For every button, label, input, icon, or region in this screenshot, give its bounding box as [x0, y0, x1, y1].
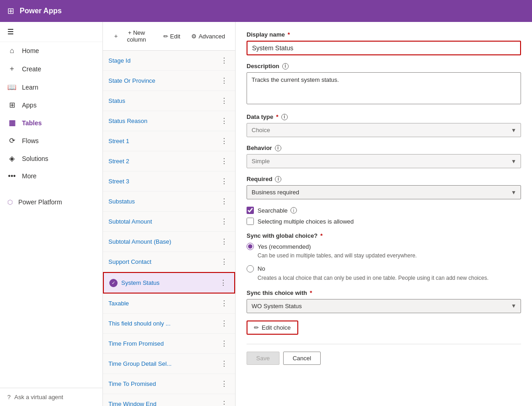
column-item-time-group-detail[interactable]: Time Group Detail Sel... ⋮	[103, 354, 235, 374]
grid-icon[interactable]: ⊞	[7, 6, 14, 16]
sidebar-item-solutions[interactable]: ◈ Solutions	[0, 150, 102, 167]
right-panel: Display name * Description i Tracks the …	[236, 22, 532, 406]
sidebar-item-label: Apps	[22, 102, 37, 109]
flows-icon: ⟳	[7, 136, 16, 145]
radio-no[interactable]	[247, 265, 254, 272]
required-select[interactable]: Optional Business required Business reco…	[247, 185, 521, 199]
column-more-button[interactable]: ⋮	[219, 156, 230, 166]
ask-agent-button[interactable]: ? Ask a virtual agent	[0, 388, 102, 406]
column-more-button[interactable]: ⋮	[219, 216, 230, 227]
sidebar-item-more[interactable]: ••• More	[0, 167, 102, 185]
column-more-button[interactable]: ⋮	[218, 278, 229, 288]
column-item-street-3[interactable]: Street 3 ⋮	[103, 171, 235, 192]
radio-yes-desc: Can be used in multiple tables, and will…	[258, 252, 521, 260]
radio-yes-label: Yes (recommended)	[258, 243, 311, 250]
sidebar-item-label: Home	[22, 47, 39, 54]
display-name-input[interactable]	[247, 41, 521, 55]
multiple-choices-checkbox[interactable]	[247, 218, 254, 225]
column-item-street-2[interactable]: Street 2 ⋮	[103, 151, 235, 171]
required-label: Required i	[247, 176, 521, 182]
radio-yes[interactable]	[247, 243, 254, 250]
column-more-button[interactable]: ⋮	[219, 358, 230, 369]
column-more-button[interactable]: ⋮	[219, 236, 230, 247]
column-item-support-contact[interactable]: Support Contact ⋮	[103, 252, 235, 272]
sidebar-item-apps[interactable]: ⊞ Apps	[0, 96, 102, 114]
sidebar-toggle[interactable]: ☰	[0, 22, 102, 42]
column-item-state-or-province[interactable]: State Or Province ⋮	[103, 71, 235, 91]
edit-button[interactable]: ✏ Edit	[159, 30, 185, 43]
behavior-info-icon[interactable]: i	[275, 145, 281, 151]
apps-icon: ⊞	[7, 101, 16, 109]
sidebar: ☰ ⌂ Home ＋ Create 📖 Learn ⊞ Apps ▦ Table…	[0, 22, 103, 406]
sidebar-item-label: Create	[22, 65, 41, 73]
column-item-subtotal-amount-base[interactable]: Subtotal Amount (Base) ⋮	[103, 232, 235, 252]
advanced-button[interactable]: ⚙ Advanced	[187, 30, 230, 43]
column-more-button[interactable]: ⋮	[219, 55, 230, 66]
radio-yes-option: Yes (recommended) Can be used in multipl…	[247, 243, 521, 260]
behavior-select[interactable]: Simple	[247, 154, 521, 168]
edit-choice-button[interactable]: ✏ Edit choice	[247, 321, 298, 335]
column-item-status[interactable]: Status ⋮	[103, 91, 235, 111]
column-more-button[interactable]: ⋮	[219, 338, 230, 349]
required-info-icon[interactable]: i	[275, 176, 281, 182]
column-name: Subtotal Amount	[108, 218, 152, 225]
column-item-street-1[interactable]: Street 1 ⋮	[103, 131, 235, 151]
column-item-time-from-promised[interactable]: Time From Promised ⋮	[103, 334, 235, 354]
column-more-button[interactable]: ⋮	[219, 399, 230, 406]
data-type-info-icon[interactable]: i	[281, 114, 288, 120]
description-group: Description i Tracks the current system …	[247, 63, 521, 106]
sidebar-item-power-platform[interactable]: ⬡ Power Platform	[0, 194, 102, 210]
sidebar-item-flows[interactable]: ⟳ Flows	[0, 132, 102, 150]
column-more-button[interactable]: ⋮	[219, 298, 230, 309]
sync-choice-select[interactable]: WO System Status	[247, 299, 521, 313]
solutions-icon: ◈	[7, 154, 16, 163]
description-input[interactable]: Tracks the current system status.	[247, 72, 521, 104]
save-button[interactable]: Save	[247, 352, 279, 365]
column-name: Taxable	[108, 300, 129, 307]
column-more-button[interactable]: ⋮	[219, 176, 230, 187]
required-star: *	[288, 31, 290, 38]
data-type-select-wrapper: Choice ▼	[247, 123, 521, 137]
column-name: Time To Promised	[108, 380, 156, 387]
column-name: Street 1	[108, 138, 129, 144]
column-item-taxable[interactable]: Taxable ⋮	[103, 294, 235, 314]
column-name: Status	[108, 97, 125, 104]
column-name: Time Group Detail Sel...	[108, 360, 172, 367]
sidebar-item-home[interactable]: ⌂ Home	[0, 42, 102, 59]
edit-choice-label: Edit choice	[262, 324, 291, 331]
column-more-button[interactable]: ⋮	[219, 116, 230, 126]
column-more-button[interactable]: ⋮	[219, 96, 230, 106]
sidebar-item-create[interactable]: ＋ Create	[0, 59, 102, 78]
radio-no-label: No	[258, 265, 265, 272]
sidebar-item-learn[interactable]: 📖 Learn	[0, 78, 102, 96]
column-more-button[interactable]: ⋮	[219, 318, 230, 329]
column-item-stage-id[interactable]: Stage Id ⋮	[103, 51, 235, 71]
column-item-subtotal-amount[interactable]: Subtotal Amount ⋮	[103, 212, 235, 232]
selected-column-icon: ✓	[109, 279, 118, 287]
column-item-time-window-end[interactable]: Time Window End ⋮	[103, 394, 235, 406]
cancel-button[interactable]: Cancel	[283, 352, 321, 365]
sidebar-item-label: Flows	[22, 137, 39, 144]
column-name: Time From Promised	[108, 340, 164, 347]
app-title: Power Apps	[20, 7, 62, 15]
sidebar-item-tables[interactable]: ▦ Tables	[0, 114, 102, 132]
column-list-panel: ＋ + New column ✏ Edit ⚙ Advanced Stage I…	[103, 22, 236, 406]
column-more-button[interactable]: ⋮	[219, 75, 230, 86]
column-item-this-field[interactable]: This field should only ... ⋮	[103, 314, 235, 334]
column-item-time-to-promised[interactable]: Time To Promised ⋮	[103, 374, 235, 394]
column-more-button[interactable]: ⋮	[219, 256, 230, 267]
column-item-system-status[interactable]: ✓ System Status ⋮	[103, 272, 235, 294]
column-more-button[interactable]: ⋮	[219, 196, 230, 207]
searchable-checkbox[interactable]	[247, 207, 254, 214]
searchable-info-icon[interactable]: i	[290, 207, 297, 214]
column-more-button[interactable]: ⋮	[219, 379, 230, 389]
searchable-row: Searchable i	[247, 207, 521, 214]
description-info-icon[interactable]: i	[282, 63, 289, 69]
column-item-substatus[interactable]: Substatus ⋮	[103, 192, 235, 212]
column-item-status-reason[interactable]: Status Reason ⋮	[103, 111, 235, 131]
ask-agent-label: Ask a virtual agent	[14, 394, 63, 401]
multiple-choices-label: Selecting multiple choices is allowed	[258, 218, 354, 225]
column-more-button[interactable]: ⋮	[219, 136, 230, 146]
new-column-button[interactable]: ＋ + New column	[108, 27, 157, 46]
data-type-select[interactable]: Choice	[247, 123, 521, 137]
